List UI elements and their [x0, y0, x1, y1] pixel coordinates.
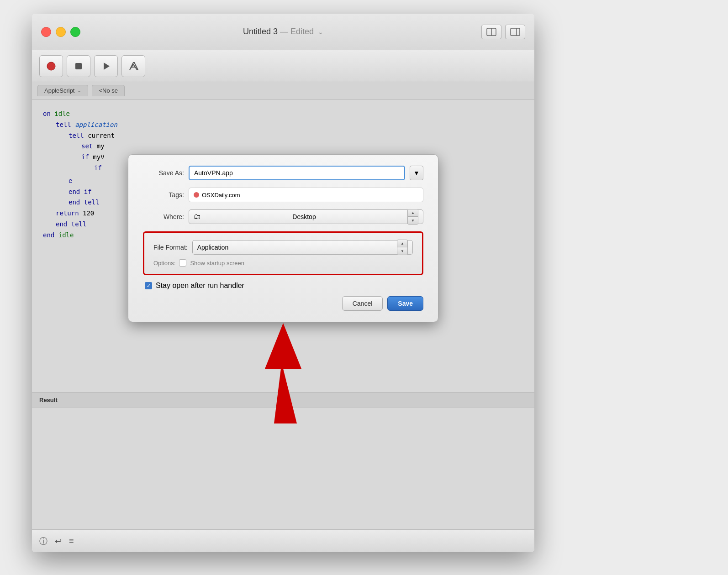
svg-marker-7: [130, 63, 138, 70]
where-stepper[interactable]: ▲ ▼: [407, 209, 418, 225]
where-row: Where: 🗂 Desktop ▲ ▼: [143, 209, 423, 224]
file-format-section: File Format: Application ▲ ▼ Options: S: [143, 231, 423, 275]
split-right-button[interactable]: [505, 25, 525, 39]
dialog-buttons: Cancel Save: [143, 296, 423, 311]
svg-point-4: [47, 62, 55, 70]
show-startup-checkbox[interactable]: [179, 259, 186, 267]
compile-button[interactable]: [121, 55, 145, 77]
window-title: Untitled 3 — Edited ⌄: [243, 27, 323, 37]
tag-dot-icon: [194, 192, 199, 198]
main-window: Untitled 3 — Edited ⌄ AppleS: [32, 14, 534, 552]
tags-row: Tags: OSXDaily.com: [143, 188, 423, 202]
title-label: Untitled 3: [243, 27, 278, 36]
file-format-value: Application: [197, 244, 229, 251]
folder-icon: 🗂: [194, 213, 201, 221]
cancel-button[interactable]: Cancel: [342, 296, 383, 311]
language-tab[interactable]: AppleScript ⌄: [37, 85, 88, 96]
stepper-down-icon[interactable]: ▼: [408, 217, 418, 224]
title-bar: Untitled 3 — Edited ⌄: [32, 14, 534, 50]
svg-marker-6: [104, 63, 110, 70]
toolbar: [32, 50, 534, 82]
list-button[interactable]: ≡: [69, 536, 74, 546]
split-left-button[interactable]: [481, 25, 501, 39]
save-as-label: Save As:: [143, 169, 184, 177]
return-button[interactable]: ↩: [55, 536, 62, 546]
save-button[interactable]: Save: [387, 296, 423, 311]
expand-button[interactable]: ▼: [410, 166, 423, 180]
stay-open-checkbox[interactable]: ✓: [145, 282, 152, 289]
minimize-button[interactable]: [56, 27, 66, 37]
editor-area: on idle tell application tell current se…: [32, 99, 534, 529]
where-value: Desktop: [292, 213, 316, 220]
chevron-icon: ⌄: [318, 28, 323, 36]
target-tab-label: <No se: [99, 87, 118, 94]
record-button[interactable]: [39, 55, 63, 77]
tags-field[interactable]: OSXDaily.com: [189, 188, 423, 202]
run-button[interactable]: [94, 55, 118, 77]
svg-rect-5: [75, 63, 82, 69]
save-as-row: Save As: ▼: [143, 166, 423, 180]
close-button[interactable]: [41, 27, 51, 37]
target-tab[interactable]: <No se: [92, 85, 125, 96]
tags-label: Tags:: [143, 191, 184, 199]
stepper-up-icon[interactable]: ▲: [408, 209, 418, 217]
where-label: Where:: [143, 213, 184, 220]
maximize-button[interactable]: [70, 27, 80, 37]
dialog-overlay: Save As: ▼ Tags: OSXDaily.com Where:: [32, 99, 534, 529]
format-stepper[interactable]: ▲ ▼: [397, 240, 408, 255]
file-format-label: File Format:: [153, 244, 188, 251]
language-tab-label: AppleScript: [44, 87, 74, 94]
info-button[interactable]: ⓘ: [39, 536, 47, 547]
traffic-lights: [41, 27, 80, 37]
format-stepper-down-icon[interactable]: ▼: [397, 247, 407, 255]
stay-open-row: ✓ Stay open after run handler: [143, 282, 423, 290]
format-stepper-up-icon[interactable]: ▲: [397, 240, 407, 247]
options-row: Options: Show startup screen: [153, 259, 413, 267]
show-startup-label: Show startup screen: [190, 260, 244, 267]
where-select[interactable]: 🗂 Desktop ▲ ▼: [189, 209, 423, 224]
window-controls-right: [481, 25, 525, 39]
save-as-input[interactable]: [189, 166, 405, 180]
options-label: Options:: [153, 260, 175, 267]
stay-open-label: Stay open after run handler: [156, 282, 244, 290]
bottom-toolbar: ⓘ ↩ ≡: [32, 529, 534, 552]
edited-label: — Edited: [280, 27, 314, 36]
tab-bar: AppleScript ⌄ <No se: [32, 82, 534, 99]
file-format-select[interactable]: Application ▲ ▼: [192, 240, 413, 255]
svg-rect-2: [511, 28, 520, 36]
chevron-down-icon: ⌄: [77, 88, 81, 94]
save-dialog: Save As: ▼ Tags: OSXDaily.com Where:: [128, 154, 438, 322]
stop-button[interactable]: [67, 55, 90, 77]
tag-value: OSXDaily.com: [202, 192, 240, 199]
format-row: File Format: Application ▲ ▼: [153, 240, 413, 255]
